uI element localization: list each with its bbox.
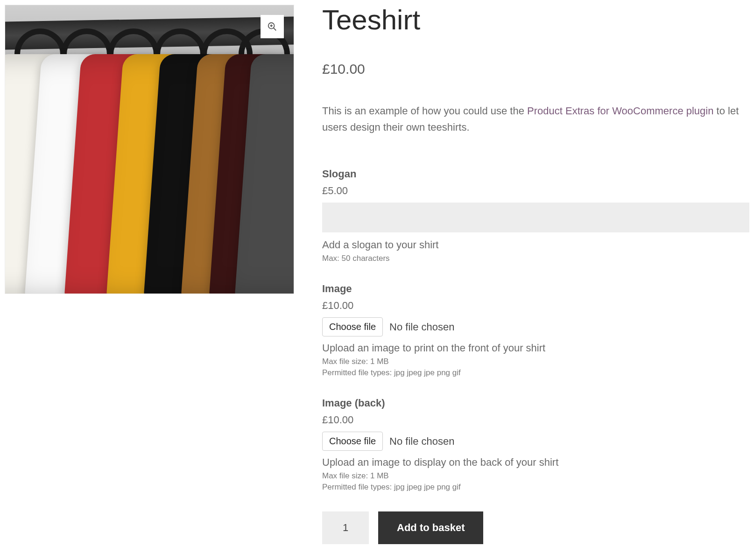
product-title: Teeshirt bbox=[322, 5, 749, 35]
slogan-price: £5.00 bbox=[322, 185, 749, 197]
image-front-label: Image bbox=[322, 283, 749, 295]
image-front-size-note: Max file size: 1 MB bbox=[322, 357, 749, 366]
quantity-input[interactable] bbox=[322, 511, 369, 544]
image-back-help: Upload an image to display on the back o… bbox=[322, 456, 749, 469]
image-front-choose-button[interactable]: Choose file bbox=[322, 317, 383, 336]
image-back-file-status: No file chosen bbox=[389, 435, 454, 448]
image-front-types-note: Permitted file types: jpg jpeg jpe png g… bbox=[322, 368, 749, 378]
slogan-label: Slogan bbox=[322, 168, 749, 180]
product-extras-link[interactable]: Product Extras for WooCommerce plugin bbox=[527, 105, 713, 117]
product-summary: Teeshirt £10.00 This is an example of ho… bbox=[322, 5, 749, 544]
image-front-price: £10.00 bbox=[322, 300, 749, 312]
extra-image-front: Image £10.00 Choose file No file chosen … bbox=[322, 283, 749, 378]
product-gallery bbox=[5, 5, 294, 294]
product-image[interactable] bbox=[5, 5, 294, 294]
svg-line-1 bbox=[274, 28, 276, 31]
image-front-file-row: Choose file No file chosen bbox=[322, 317, 749, 336]
extra-slogan: Slogan £5.00 Add a slogan to your shirt … bbox=[322, 168, 749, 263]
desc-text-before: This is an example of how you could use … bbox=[322, 105, 527, 117]
add-to-basket-button[interactable]: Add to basket bbox=[378, 511, 483, 544]
image-back-types-note: Permitted file types: jpg jpeg jpe png g… bbox=[322, 483, 749, 492]
product-price: £10.00 bbox=[322, 61, 749, 77]
image-back-size-note: Max file size: 1 MB bbox=[322, 471, 749, 481]
image-back-choose-button[interactable]: Choose file bbox=[322, 432, 383, 451]
extra-image-back: Image (back) £10.00 Choose file No file … bbox=[322, 397, 749, 492]
slogan-max-note: Max: 50 characters bbox=[322, 254, 749, 263]
product-description: This is an example of how you could use … bbox=[322, 103, 749, 135]
add-to-cart-row: Add to basket bbox=[322, 511, 749, 544]
image-front-file-status: No file chosen bbox=[389, 321, 454, 333]
image-back-file-row: Choose file No file chosen bbox=[322, 432, 749, 451]
image-back-label: Image (back) bbox=[322, 397, 749, 409]
zoom-in-icon[interactable] bbox=[261, 15, 284, 38]
slogan-help: Add a slogan to your shirt bbox=[322, 239, 749, 251]
product-page: Teeshirt £10.00 This is an example of ho… bbox=[5, 5, 749, 544]
slogan-input[interactable] bbox=[322, 203, 749, 232]
image-front-help: Upload an image to print on the front of… bbox=[322, 342, 749, 354]
image-back-price: £10.00 bbox=[322, 414, 749, 426]
